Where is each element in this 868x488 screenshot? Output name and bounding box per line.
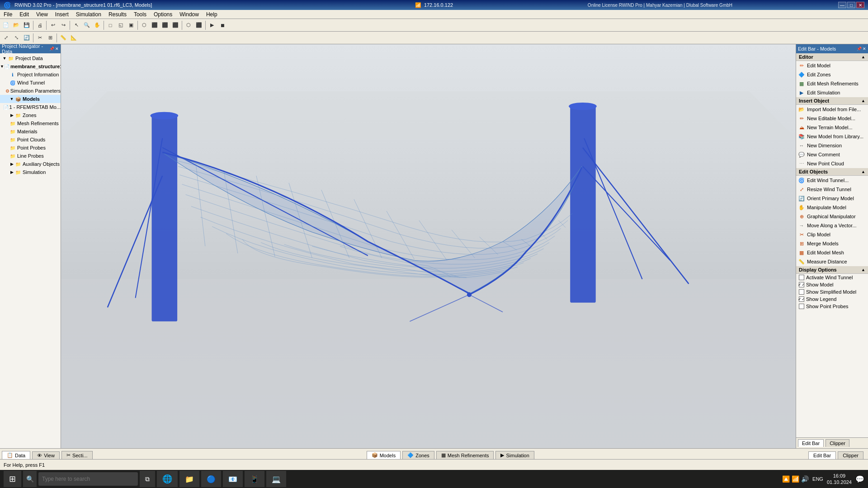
measure-distance-item[interactable]: 📏 Measure Distance	[796, 257, 868, 266]
explorer-button[interactable]: 📁	[179, 471, 199, 487]
close-panel-icon[interactable]: ✕	[55, 47, 59, 51]
app6-button[interactable]: 💻	[266, 471, 286, 487]
tab-zones[interactable]: 🔷 Zones	[402, 451, 434, 459]
merge-models-item[interactable]: ⊞ Merge Models	[796, 239, 868, 248]
task-view-button[interactable]: ⧉	[140, 471, 155, 487]
tb-view3[interactable]: ▣	[126, 20, 136, 30]
tab-clipper[interactable]: Clipper	[826, 439, 849, 447]
resize-wind-tunnel-item[interactable]: ⤢ Resize Wind Tunnel	[796, 185, 868, 194]
search-input[interactable]	[38, 472, 138, 486]
edit-model-mesh-item[interactable]: ▦ Edit Model Mesh	[796, 248, 868, 257]
outlook-button[interactable]: 📧	[223, 471, 243, 487]
tb-iso[interactable]: ⬡	[139, 20, 149, 30]
insert-collapse[interactable]: ▲	[861, 99, 865, 103]
new-point-cloud-item[interactable]: ⋯ New Point Cloud	[796, 159, 868, 168]
edit-zones-item[interactable]: 🔷 Edit Zones	[796, 70, 868, 79]
expand-models[interactable]: ▼	[9, 96, 14, 102]
tree-aux-objects[interactable]: ▶ 📁 Auxiliary Objects	[0, 160, 61, 168]
tb-open[interactable]: 📂	[11, 20, 21, 30]
new-comment-item[interactable]: 💬 New Comment	[796, 150, 868, 159]
move-vector-item[interactable]: → Move Along a Vector...	[796, 221, 868, 230]
viewport[interactable]: Wind Tunnel Dimensions: Dx = 85.48 m, Dy…	[61, 44, 796, 448]
tb-zoom[interactable]: 🔍	[82, 20, 92, 30]
show-model-checkbox[interactable]: ✓	[799, 282, 804, 287]
tb-sim2[interactable]: ⏹	[217, 20, 227, 30]
tb2-3[interactable]: 🔄	[22, 33, 32, 43]
tree-point-clouds[interactable]: 📁 Point Clouds	[0, 136, 61, 144]
tb2-1[interactable]: ⤢	[1, 33, 11, 43]
tab-edit-bar-bottom[interactable]: Edit Bar	[808, 451, 836, 459]
edit-mesh-item[interactable]: ▦ Edit Mesh Refinements	[796, 79, 868, 88]
edit-model-item[interactable]: ✏ Edit Model	[796, 61, 868, 70]
menu-file[interactable]: File	[0, 10, 16, 19]
tb-front[interactable]: ⬛	[150, 20, 160, 30]
new-library-item[interactable]: 📚 New Model from Library...	[796, 132, 868, 141]
tab-clipper-bottom[interactable]: Clipper	[838, 451, 863, 459]
editor-collapse[interactable]: ▲	[861, 55, 865, 59]
manipulate-model-item[interactable]: ✋ Manipulate Model	[796, 203, 868, 212]
tab-mesh-refinements[interactable]: ▦ Mesh Refinements	[436, 451, 494, 459]
tree-simulation[interactable]: ▶ 📁 Simulation	[0, 168, 61, 176]
clip-model-item[interactable]: ✂ Clip Model	[796, 230, 868, 239]
tree-mesh-ref[interactable]: 📁 Mesh Refinements	[0, 119, 61, 127]
tb-pan[interactable]: ✋	[92, 20, 102, 30]
import-model-item[interactable]: 📂 Import Model from File...	[796, 105, 868, 114]
display-collapse[interactable]: ▲	[861, 267, 865, 272]
tb-side[interactable]: ⬛	[160, 20, 170, 30]
menu-results[interactable]: Results	[105, 10, 130, 19]
tree-line-probes[interactable]: 📁 Line Probes	[0, 152, 61, 160]
tab-simulation[interactable]: ▶ Simulation	[495, 451, 534, 459]
maximize-button[interactable]: □	[847, 2, 855, 8]
chrome-button[interactable]: 🔵	[201, 471, 221, 487]
minimize-button[interactable]: —	[838, 2, 846, 8]
menu-window[interactable]: Window	[176, 10, 203, 19]
activate-wind-tunnel-cb[interactable]: Activate Wind Tunnel	[796, 274, 868, 281]
show-model-cb[interactable]: ✓ Show Model	[796, 281, 868, 288]
tb-redo[interactable]: ↪	[58, 20, 68, 30]
tb-top[interactable]: ⬛	[170, 20, 180, 30]
tree-membrane[interactable]: ▼ 📄 membrane_structure1	[0, 62, 61, 70]
tb-view1[interactable]: □	[105, 20, 115, 30]
menu-simulation[interactable]: Simulation	[72, 10, 105, 19]
tree-zones[interactable]: ▶ 📁 Zones	[0, 111, 61, 119]
edit-wind-tunnel-item[interactable]: 🌀 Edit Wind Tunnel...	[796, 176, 868, 185]
tb2-6[interactable]: 📏	[58, 33, 68, 43]
pin-right-icon[interactable]: 📌	[857, 47, 862, 51]
menu-options[interactable]: Options	[150, 10, 176, 19]
show-point-probes-checkbox[interactable]	[799, 304, 804, 309]
expand-membrane[interactable]: ▼	[0, 64, 4, 69]
tb2-2[interactable]: ⤡	[11, 33, 21, 43]
close-right-icon[interactable]: ✕	[863, 47, 866, 51]
tab-edit-bar[interactable]: Edit Bar	[798, 439, 824, 447]
tree-models[interactable]: ▼ 📦 Models	[0, 95, 61, 103]
tree-wind-tunnel[interactable]: 🌀 Wind Tunnel	[0, 79, 61, 87]
tb-print[interactable]: 🖨	[35, 20, 45, 30]
edit-objects-collapse[interactable]: ▲	[861, 169, 865, 174]
windows-start-button[interactable]: ⊞	[4, 471, 21, 487]
expand-aux[interactable]: ▶	[9, 161, 14, 167]
expand-project[interactable]: ▼	[2, 56, 7, 61]
tab-data[interactable]: 📋 Data	[2, 451, 30, 459]
show-legend-cb[interactable]: ✓ Show Legend	[796, 296, 868, 303]
show-simplified-checkbox[interactable]	[799, 289, 804, 295]
menu-insert[interactable]: Insert	[52, 10, 72, 19]
menu-edit[interactable]: Edit	[16, 10, 33, 19]
show-simplified-cb[interactable]: Show Simplified Model	[796, 288, 868, 296]
new-editable-item[interactable]: ✏ New Editable Model...	[796, 114, 868, 123]
tb-view2[interactable]: ◱	[116, 20, 126, 30]
notification-icon[interactable]: 💬	[855, 475, 864, 483]
menu-tools[interactable]: Tools	[130, 10, 150, 19]
tb-save[interactable]: 💾	[22, 20, 32, 30]
graphical-manip-item[interactable]: ⊕ Graphical Manipulator	[796, 212, 868, 221]
app5-button[interactable]: 📱	[245, 471, 264, 487]
tab-view[interactable]: 👁 View	[32, 451, 60, 459]
tree-project-data[interactable]: ▼ 📁 Project Data	[0, 54, 61, 62]
new-dimension-item[interactable]: ↔ New Dimension	[796, 141, 868, 150]
menu-help[interactable]: Help	[203, 10, 221, 19]
show-point-probes-cb[interactable]: Show Point Probes	[796, 303, 868, 310]
tb2-7[interactable]: 📐	[69, 33, 79, 43]
tree-proj-info[interactable]: ℹ Project Information	[0, 70, 61, 79]
tb-solid[interactable]: ⬛	[194, 20, 204, 30]
expand-sim[interactable]: ▶	[9, 169, 14, 175]
activate-wind-tunnel-checkbox[interactable]	[799, 275, 804, 280]
